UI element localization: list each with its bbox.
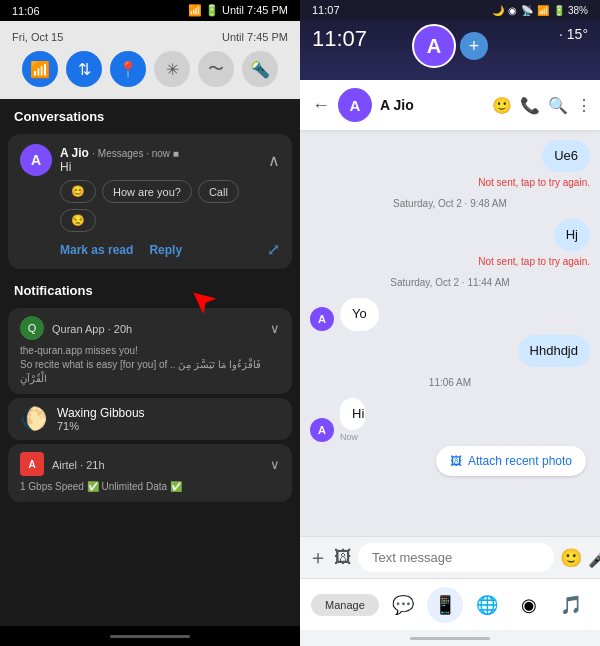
nav-chrome-icon[interactable]: ◉ bbox=[511, 587, 547, 623]
quran-notif[interactable]: Q Quran App · 20h ∨ the-quran.app misses… bbox=[8, 308, 292, 394]
reply-btn[interactable]: Reply bbox=[149, 243, 182, 257]
home-indicator-left bbox=[110, 635, 190, 638]
emoji-icon[interactable]: 🙂 bbox=[560, 547, 582, 569]
chat-header-bg: A + 11:07 · 15° bbox=[300, 20, 600, 80]
bluetooth-toggle[interactable]: ✳ bbox=[154, 51, 190, 87]
msg-ue6: Ue6 bbox=[542, 140, 590, 172]
time-left: 11:06 bbox=[12, 5, 40, 17]
mic-icon[interactable]: 🎤 bbox=[588, 547, 600, 569]
conversation-card[interactable]: A A Jio · Messages · now ■ Hi ∧ 😊 How ar… bbox=[8, 134, 292, 269]
moon-status: 🌙 bbox=[492, 5, 504, 16]
conv-meta: A Jio · Messages · now ■ Hi bbox=[60, 146, 260, 174]
attach-photo-icon: 🖼 bbox=[450, 454, 462, 468]
battery-status: 🔋 38% bbox=[553, 5, 588, 16]
conv-msg: Hi bbox=[60, 160, 260, 174]
quran-meta: Quran App · 20h bbox=[52, 319, 262, 337]
expand-icon[interactable]: ⤢ bbox=[267, 240, 280, 259]
qr-call[interactable]: Call bbox=[198, 180, 239, 203]
timestamp-3: 11:06 AM bbox=[310, 377, 590, 388]
qr-emoji1[interactable]: 😊 bbox=[60, 180, 96, 203]
notifications-title: Notifications bbox=[0, 273, 300, 304]
contact-big-avatar: A bbox=[412, 24, 456, 68]
conversations-section: Conversations A A Jio · Messages · now ■… bbox=[0, 99, 300, 626]
add-attachment-icon[interactable]: ＋ bbox=[308, 544, 328, 571]
add-contact-btn[interactable]: + bbox=[460, 32, 488, 60]
airtel-body: 1 Gbps Speed ✅ Unlimited Data ✅ bbox=[20, 480, 280, 494]
gallery-icon[interactable]: 🖼 bbox=[334, 547, 352, 568]
moon-icon: 🌔 bbox=[20, 406, 47, 432]
status-bar-left: 11:06 📶 🔋 Until 7:45 PM bbox=[0, 0, 300, 21]
qr-how-are-you[interactable]: How are you? bbox=[102, 180, 192, 203]
quick-replies: 😊 How are you? Call 😒 bbox=[60, 180, 280, 232]
circle-status: ◉ bbox=[508, 5, 517, 16]
chat-app-bar: ← A A Jio 🙂 📞 🔍 ⋮ bbox=[300, 80, 600, 130]
airtel-icon: A bbox=[20, 452, 44, 476]
quran-icon: Q bbox=[20, 316, 44, 340]
quran-chevron[interactable]: ∨ bbox=[270, 321, 280, 336]
chat-contact-name: A Jio bbox=[380, 97, 484, 113]
bottom-nav: Manage 💬 📱 🌐 ◉ 🎵 bbox=[300, 578, 600, 630]
phone-icon[interactable]: 📞 bbox=[520, 96, 540, 115]
quran-body: the-quran.app misses you!So recite what … bbox=[20, 344, 280, 386]
status-icons-right: 🌙 ◉ 📡 📶 🔋 38% bbox=[492, 5, 588, 16]
quran-header: Q Quran App · 20h ∨ bbox=[20, 316, 280, 340]
sticker-icon[interactable]: 🙂 bbox=[492, 96, 512, 115]
wifi-status: 📶 bbox=[537, 5, 549, 16]
attach-photo-label: Attach recent photo bbox=[468, 454, 572, 468]
back-button[interactable]: ← bbox=[312, 95, 330, 116]
message-input[interactable] bbox=[358, 543, 554, 572]
conversations-title: Conversations bbox=[0, 99, 300, 130]
bottom-bar-right bbox=[300, 630, 600, 646]
status-icons-left: 📶 🔋 Until 7:45 PM bbox=[188, 4, 288, 17]
nav-music-icon[interactable]: 🎵 bbox=[553, 587, 589, 623]
conv-chevron[interactable]: ∧ bbox=[268, 151, 280, 170]
quick-settings: Fri, Oct 15 Until 7:45 PM 📶 ⇅ 📍 ✳ 〜 🔦 bbox=[0, 21, 300, 99]
mark-as-read-btn[interactable]: Mark as read bbox=[60, 243, 133, 257]
qr-emoji2[interactable]: 😒 bbox=[60, 209, 96, 232]
floating-avatar-row: A + bbox=[412, 24, 488, 68]
msg-error-1[interactable]: Not sent, tap to try again. bbox=[478, 177, 590, 188]
more-icon[interactable]: ⋮ bbox=[576, 96, 592, 115]
messages-area: Ue6 Not sent, tap to try again. Saturday… bbox=[300, 130, 600, 536]
sync-toggle[interactable]: 〜 bbox=[198, 51, 234, 87]
search-icon[interactable]: 🔍 bbox=[548, 96, 568, 115]
nav-messages-icon[interactable]: 💬 bbox=[385, 587, 421, 623]
msg-hhdhdjd: Hhdhdjd bbox=[518, 335, 590, 367]
airtel-chevron[interactable]: ∨ bbox=[270, 457, 280, 472]
moon-phase: Waxing Gibbous bbox=[57, 406, 145, 420]
airtel-header: A Airtel · 21h ∨ bbox=[20, 452, 280, 476]
location-toggle[interactable]: 📍 bbox=[110, 51, 146, 87]
msg-in-avatar-1: A bbox=[310, 307, 334, 331]
signal-status: 📡 bbox=[521, 5, 533, 16]
nav-sms-icon[interactable]: 📱 bbox=[427, 587, 463, 623]
nav-browser-icon[interactable]: 🌐 bbox=[469, 587, 505, 623]
moon-pct: 71% bbox=[57, 420, 145, 432]
wifi-toggle[interactable]: 📶 bbox=[22, 51, 58, 87]
data-toggle[interactable]: ⇅ bbox=[66, 51, 102, 87]
conv-header: A A Jio · Messages · now ■ Hi ∧ bbox=[20, 144, 280, 176]
until-label: Until 7:45 PM bbox=[222, 31, 288, 43]
timestamp-2: Saturday, Oct 2 · 11:44 AM bbox=[310, 277, 590, 288]
msg-hi: Hi bbox=[340, 398, 365, 430]
msg-now-label: Now bbox=[340, 432, 376, 442]
flashlight-toggle[interactable]: 🔦 bbox=[242, 51, 278, 87]
airtel-meta: Airtel · 21h bbox=[52, 455, 262, 473]
msg-error-2[interactable]: Not sent, tap to try again. bbox=[478, 256, 590, 267]
bottom-bar-left bbox=[0, 626, 300, 646]
msg-yo: Yo bbox=[340, 298, 379, 330]
status-bar-right: 11:07 🌙 ◉ 📡 📶 🔋 38% bbox=[300, 0, 600, 20]
msg-hi-row: A Hi Now bbox=[310, 398, 590, 442]
quick-setting-icons: 📶 ⇅ 📍 ✳ 〜 🔦 bbox=[12, 51, 288, 87]
airtel-notif[interactable]: A Airtel · 21h ∨ 1 Gbps Speed ✅ Unlimite… bbox=[8, 444, 292, 502]
msg-hj: Hj bbox=[554, 219, 590, 251]
conv-actions: Mark as read Reply ⤢ bbox=[60, 240, 280, 259]
chat-bar-icons: 🙂 📞 🔍 ⋮ bbox=[492, 96, 592, 115]
home-indicator-right bbox=[410, 637, 490, 640]
qs-date-row: Fri, Oct 15 Until 7:45 PM bbox=[12, 31, 288, 43]
conv-avatar: A bbox=[20, 144, 52, 176]
msg-in-avatar-2: A bbox=[310, 418, 334, 442]
attach-photo-btn[interactable]: 🖼 Attach recent photo bbox=[436, 446, 586, 476]
floating-time: 11:07 bbox=[312, 26, 367, 52]
manage-button[interactable]: Manage bbox=[311, 594, 379, 616]
right-panel: 11:07 🌙 ◉ 📡 📶 🔋 38% A + 11:07 · 15° ← A … bbox=[300, 0, 600, 646]
